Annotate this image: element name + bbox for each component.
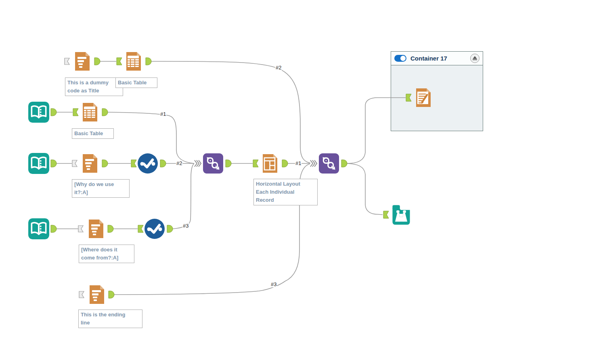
tool-text-input-3[interactable] <box>85 218 106 239</box>
wire-check2-union1[interactable] <box>173 164 194 229</box>
tool-input-data-2[interactable] <box>28 153 50 174</box>
open-book-icon <box>28 218 50 240</box>
annotation-basic-table-mid[interactable]: Basic Table <box>72 128 114 139</box>
annotation-why-use[interactable]: [Why do we use it?:A] <box>72 179 130 198</box>
output-anchor[interactable] <box>167 225 173 232</box>
output-anchor[interactable] <box>51 109 57 116</box>
input-anchor[interactable] <box>117 58 122 65</box>
tool-basic-table-2[interactable] <box>79 102 100 123</box>
binoculars-icon <box>390 203 412 226</box>
multi-input-anchor[interactable] <box>195 160 201 167</box>
workflow-canvas[interactable]: Container 17 <box>0 0 603 364</box>
annotation-where-from[interactable]: [Where does it come from?:A] <box>79 245 134 263</box>
wire-union2-browse[interactable] <box>347 163 383 215</box>
tool-text-input-2[interactable] <box>79 153 100 174</box>
optional-input-anchor[interactable] <box>79 291 84 298</box>
wire-union2-reporttext[interactable] <box>347 98 406 163</box>
output-anchor[interactable] <box>94 58 100 65</box>
dna-union-icon <box>203 153 224 174</box>
output-anchor[interactable] <box>102 160 108 167</box>
multi-input-anchor[interactable] <box>310 160 317 167</box>
tool-union-2[interactable] <box>318 153 339 174</box>
tool-report-text[interactable] <box>412 87 433 108</box>
input-anchor[interactable] <box>253 160 258 167</box>
open-book-icon <box>28 153 50 174</box>
check-circle-icon <box>137 153 158 174</box>
annotation-ending-line[interactable]: This is the ending line <box>78 310 142 328</box>
output-anchor[interactable] <box>108 225 113 232</box>
table-icon <box>79 102 100 123</box>
connection-label: #3 <box>182 223 189 229</box>
tool-browse[interactable] <box>390 203 412 226</box>
input-anchor[interactable] <box>138 225 143 232</box>
annotation-horizontal-layout[interactable]: Horizontal Layout Each Individual Record <box>253 179 318 205</box>
annotation-basic-table-top[interactable]: Basic Table <box>115 77 157 88</box>
tool-input-data-1[interactable] <box>28 101 50 123</box>
document-lines-icon <box>85 218 106 239</box>
output-anchor[interactable] <box>109 291 114 298</box>
optional-input-anchor[interactable] <box>72 160 77 167</box>
connection-label: #2 <box>275 65 282 71</box>
output-anchor[interactable] <box>146 58 151 65</box>
tool-input-data-3[interactable] <box>28 218 50 240</box>
input-anchor[interactable] <box>131 160 136 167</box>
tool-layout[interactable] <box>259 153 280 174</box>
output-anchor[interactable] <box>226 160 231 167</box>
optional-input-anchor[interactable] <box>65 58 69 65</box>
document-lines-icon <box>79 153 100 174</box>
tool-union-1[interactable] <box>203 153 224 174</box>
document-lines-icon <box>71 51 92 72</box>
tool-check-1[interactable] <box>137 153 158 174</box>
tool-text-input-4[interactable] <box>86 284 107 305</box>
layout-icon <box>259 153 280 174</box>
wire-basictable1-union2[interactable] <box>151 61 310 163</box>
connection-label: #1 <box>160 111 166 117</box>
output-anchor[interactable] <box>102 109 108 116</box>
tool-text-input-1[interactable] <box>71 51 92 72</box>
output-anchor[interactable] <box>51 160 57 167</box>
tool-check-2[interactable] <box>144 218 165 239</box>
document-lines-icon <box>86 284 107 305</box>
input-anchor[interactable] <box>406 94 411 101</box>
output-anchor[interactable] <box>282 160 288 167</box>
open-book-icon <box>28 101 50 123</box>
input-anchor[interactable] <box>383 211 389 218</box>
dna-union-icon <box>318 153 339 174</box>
connection-label: #2 <box>176 160 182 166</box>
report-pencil-icon <box>412 87 433 108</box>
output-anchor[interactable] <box>51 225 57 232</box>
optional-input-anchor[interactable] <box>78 226 83 232</box>
input-anchor[interactable] <box>73 109 78 116</box>
connection-label: #1 <box>295 160 302 166</box>
check-circle-icon <box>144 218 165 239</box>
output-anchor[interactable] <box>341 160 347 167</box>
tool-basic-table-1[interactable] <box>123 51 144 72</box>
table-icon <box>123 51 144 72</box>
connection-label: #3 <box>270 281 277 287</box>
annotation-dummy-title[interactable]: This is a dummy code as Title <box>65 77 123 96</box>
output-anchor[interactable] <box>160 160 166 167</box>
